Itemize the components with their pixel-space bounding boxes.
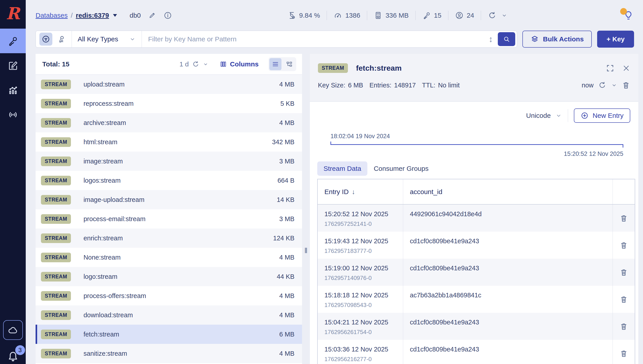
table-header-row: Entry ID ↓ account_id [318, 179, 635, 204]
key-list-row[interactable]: STREAM reprocess:stream 5 KB [36, 94, 302, 113]
metric-commands-value: 1386 [345, 12, 360, 19]
key-list-row[interactable]: STREAM image-upload:stream 14 KB [36, 190, 302, 209]
stream-view-tabs: Stream Data Consumer Groups [310, 162, 638, 176]
table-row: 15:19:43 12 Nov 2025 1762957183777-0 cd1… [318, 232, 635, 259]
trash-icon [619, 322, 628, 331]
key-list-header: Total: 15 1 d [36, 54, 302, 75]
filter-toggle-group [36, 33, 72, 46]
metric-clients: 24 [455, 11, 474, 20]
key-name: process-email:stream [84, 215, 145, 223]
notifications-button[interactable]: 3 [7, 350, 19, 363]
panel-resize-handle[interactable]: ‖ [304, 246, 307, 256]
expand-input-button[interactable]: ↕ [489, 34, 493, 44]
delete-entry-button[interactable] [619, 349, 628, 358]
key-type-select[interactable]: All Key Types [72, 35, 142, 43]
entry-time: 15:03:36 12 Nov 2025 [324, 346, 403, 353]
tree-view-toggle[interactable] [283, 58, 295, 70]
key-detail-actions [606, 64, 630, 73]
nav-pubsub[interactable] [0, 102, 26, 127]
columns-button[interactable]: Columns [220, 60, 259, 68]
key-name: upload:stream [84, 81, 125, 88]
metric-cpu-value: 9.84 % [299, 12, 320, 19]
sort-desc-icon: ↓ [352, 188, 355, 196]
search-button[interactable] [498, 32, 515, 46]
entries-label: Entries: [369, 82, 391, 89]
filter-by-type-toggle[interactable] [39, 33, 52, 46]
key-list-row[interactable]: STREAM archive:stream 4 MB [36, 113, 302, 132]
entry-id: 1762957252141-0 [324, 220, 403, 228]
cloud-button[interactable] [3, 320, 23, 340]
bulk-actions-button[interactable]: Bulk Actions [522, 31, 592, 48]
close-details-button[interactable] [622, 64, 630, 72]
breadcrumb-separator: / [71, 12, 73, 19]
range-track[interactable] [330, 142, 623, 148]
breadcrumb-databases-link[interactable]: Databases [36, 12, 68, 19]
nav-workbench[interactable] [0, 53, 26, 78]
key-name: reprocess:stream [84, 100, 134, 107]
key-list-row[interactable]: STREAM logo:stream 44 KB [36, 267, 302, 286]
chevron-down-icon [501, 12, 507, 18]
plus-circle-icon [580, 112, 589, 120]
nav-browser[interactable] [0, 28, 26, 53]
delete-entry-button[interactable] [619, 322, 628, 331]
table-row: 15:20:52 12 Nov 2025 1762957252141-0 449… [318, 204, 635, 232]
key-refresh-dropdown[interactable] [611, 82, 617, 88]
delete-entry-button[interactable] [619, 241, 628, 250]
entry-id: 1762957140976-0 [324, 274, 403, 282]
fullscreen-button[interactable] [606, 64, 614, 73]
new-entry-button[interactable]: New Entry [574, 108, 630, 123]
key-name: archive:stream [84, 119, 126, 126]
key-name: process-offers:stream [84, 292, 146, 300]
delete-entry-button[interactable] [619, 268, 628, 276]
key-refresh-button[interactable] [598, 81, 606, 90]
bulk-actions-label: Bulk Actions [543, 35, 584, 43]
metric-memory-value: 336 MB [385, 12, 408, 19]
list-view-toggle[interactable] [269, 58, 281, 70]
key-list-row[interactable]: STREAM logos:stream 664 B [36, 171, 302, 190]
entry-field-value: cd1cf0c809be41e9a243 [403, 340, 612, 364]
list-view-icon [272, 60, 279, 68]
key-list-row[interactable]: STREAM html:stream 342 MB [36, 132, 302, 152]
caret-down-icon[interactable] [113, 14, 117, 17]
key-size: 44 KB [277, 273, 294, 280]
delete-entry-button[interactable] [619, 295, 628, 304]
format-select[interactable]: Unicode [526, 112, 562, 120]
key-list-row[interactable]: STREAM download:stream 4 MB [36, 306, 302, 325]
entry-time: 15:20:52 12 Nov 2025 [324, 210, 403, 218]
key-name-title: fetch:stream [356, 64, 402, 72]
format-select-value: Unicode [526, 112, 551, 120]
key-list-row[interactable]: STREAM None:stream 4 MB [36, 248, 302, 267]
scan-search-toggle[interactable] [55, 33, 68, 46]
list-refresh-button[interactable] [192, 60, 200, 68]
key-size: 4 MB [279, 350, 294, 357]
insights-trigger-button[interactable] [623, 10, 634, 21]
entry-id: 1762956216277-0 [324, 356, 403, 363]
key-list-row[interactable]: STREAM process-offers:stream 4 MB [36, 286, 302, 306]
stream-tab[interactable]: Stream Data [317, 162, 367, 176]
entry-id-cell: 15:18:18 12 Nov 2025 1762957098543-0 [318, 286, 403, 313]
stream-range-timeline[interactable]: 18:02:04 19 Nov 2024 15:20:52 12 Nov 202… [330, 133, 623, 158]
metrics-refresh-button[interactable] [488, 11, 497, 20]
entry-id-column-header[interactable]: Entry ID ↓ [318, 179, 403, 204]
key-size: 4 MB [279, 81, 294, 88]
table-row: 15:18:18 12 Nov 2025 1762957098543-0 ac7… [318, 286, 635, 313]
db-info-button[interactable] [164, 11, 172, 20]
breadcrumb-database-dropdown[interactable]: redis:6379 [76, 12, 109, 19]
key-list-row[interactable]: STREAM upload:stream 4 MB [36, 75, 302, 94]
key-list-row[interactable]: STREAM image:stream 3 MB [36, 152, 302, 171]
stream-tab[interactable]: Consumer Groups [367, 162, 435, 176]
nav-analytics[interactable] [0, 78, 26, 102]
key-filter-input[interactable] [142, 35, 489, 43]
key-list-row[interactable]: STREAM enrich:stream 124 KB [36, 228, 302, 248]
key-type-badge: STREAM [41, 156, 71, 166]
metrics-refresh-dropdown[interactable] [501, 12, 507, 18]
key-list-row[interactable]: STREAM fetch:stream 6 MB [36, 325, 302, 344]
delete-key-button[interactable] [622, 81, 630, 90]
key-list-row[interactable]: STREAM process-email:stream 3 MB [36, 209, 302, 228]
edit-alias-button[interactable] [148, 12, 156, 19]
add-key-button[interactable]: + Key [597, 31, 634, 48]
key-list-row[interactable]: STREAM sanitize:stream 4 MB [36, 344, 302, 363]
refresh-settings-dropdown[interactable] [203, 61, 209, 67]
auto-refresh-interval: 1 d [179, 60, 189, 68]
delete-entry-button[interactable] [619, 214, 628, 222]
